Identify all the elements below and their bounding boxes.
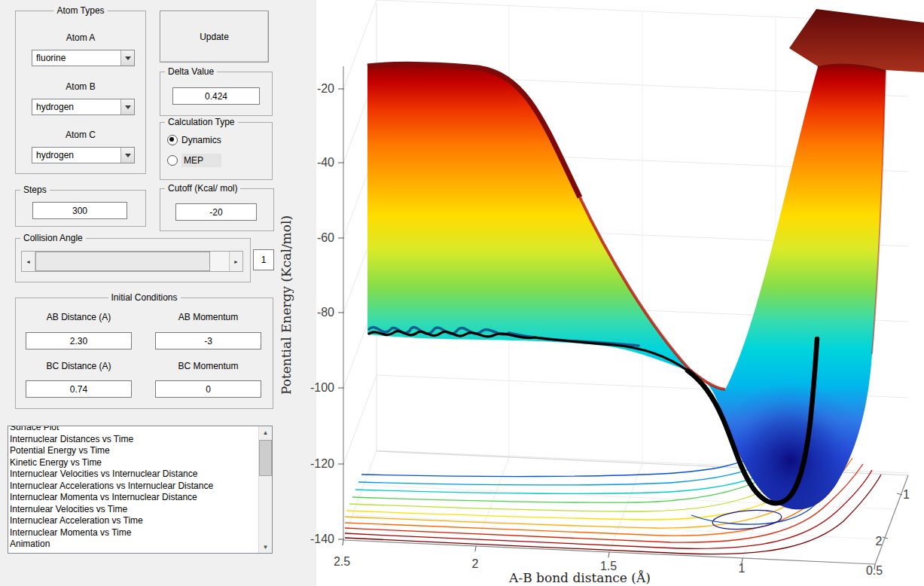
list-item[interactable]: Animation <box>10 539 258 551</box>
ab-distance-input[interactable] <box>26 332 132 349</box>
bc-momentum-label: BC Momentum <box>155 361 261 371</box>
list-item[interactable]: Internuclear Acceleration vs Time <box>10 515 258 527</box>
slider-left-arrow-icon[interactable]: ◄ <box>22 252 35 271</box>
slider-right-arrow-icon[interactable]: ► <box>229 252 242 271</box>
scrollbar-thumb[interactable] <box>259 440 272 476</box>
dropdown-arrow-icon[interactable] <box>120 148 134 163</box>
listbox-items: Surface Plot Internuclear Distances vs T… <box>8 426 258 553</box>
ab-momentum-label: AB Momentum <box>155 312 261 322</box>
radio-mep-label: MEP <box>181 154 221 167</box>
steps-title: Steps <box>20 185 50 195</box>
steps-input[interactable] <box>32 202 127 219</box>
radio-dynamics[interactable]: Dynamics <box>167 135 221 145</box>
list-item[interactable]: Internuclear Momenta vs Time <box>10 527 258 539</box>
scroll-up-icon[interactable]: ▲ <box>259 426 272 438</box>
bc-distance-input[interactable] <box>26 380 132 398</box>
app-window: Atom Types Atom A fluorine Atom B hydrog… <box>0 0 924 586</box>
list-item[interactable]: Internulear Velocities vs Time <box>10 504 258 516</box>
atom-b-label: Atom B <box>16 81 145 92</box>
figure-area: -20 -40 -60 -80 -100 -120 -140 2.5 2 1.5… <box>279 0 924 586</box>
depth-tick-label: 1 <box>903 488 910 501</box>
y-tick-label: -60 <box>317 231 334 244</box>
atom-c-dropdown[interactable]: hydrogen <box>32 147 135 163</box>
list-item[interactable]: Internuclear Velocities vs Internuclear … <box>10 468 258 481</box>
bc-momentum-input[interactable] <box>155 380 261 398</box>
initial-conditions-title: Initial Conditions <box>108 292 180 303</box>
x-tick-label: 2.5 <box>334 555 350 568</box>
y-tick-label: -80 <box>317 306 334 319</box>
plot-type-listbox[interactable]: Surface Plot Internuclear Distances vs T… <box>8 426 273 554</box>
update-button[interactable]: Update <box>160 11 269 63</box>
cutoff-input[interactable] <box>175 203 257 221</box>
dropdown-arrow-icon[interactable] <box>120 99 134 114</box>
x-axis-label: A-B bond distance (Å) <box>508 570 651 585</box>
bc-distance-label: BC Distance (A) <box>26 361 132 371</box>
dropdown-arrow-icon[interactable] <box>120 50 134 66</box>
x-tick-label: 2 <box>472 557 479 570</box>
slider-thumb[interactable] <box>35 252 210 271</box>
y-axis-label: Potential Energy (Kcal/mol) <box>279 215 294 395</box>
pes-3d-plot: -20 -40 -60 -80 -100 -120 -140 2.5 2 1.5… <box>279 0 924 586</box>
initial-conditions-panel: Initial Conditions AB Distance (A) AB Mo… <box>15 298 273 409</box>
delta-value-input[interactable] <box>172 87 260 105</box>
delta-value-title: Delta Value <box>165 66 217 77</box>
ab-momentum-input[interactable] <box>155 332 261 349</box>
collision-angle-value-input[interactable] <box>253 249 274 270</box>
y-tick-label: -20 <box>317 82 334 95</box>
atom-a-value: fluorine <box>32 50 120 66</box>
cutoff-panel: Cutoff (Kcal/ mol) <box>160 188 274 231</box>
listbox-scrollbar[interactable]: ▲ ▼ <box>258 426 272 553</box>
y-tick-label: -100 <box>310 381 334 394</box>
atom-b-value: hydrogen <box>32 99 120 114</box>
x-tick-label: 0.5 <box>866 564 883 577</box>
list-item[interactable]: Kinetic Energy vs Time <box>10 457 258 469</box>
list-item[interactable]: Surface Plot <box>10 426 258 434</box>
calculation-type-title: Calculation Type <box>165 117 238 127</box>
list-item[interactable]: Internuclear Accelerations vs Internucle… <box>10 481 258 493</box>
list-item[interactable]: Potential Energy vs Time <box>10 445 258 457</box>
y-tick-label: -140 <box>310 533 334 545</box>
x-tick-label: 1 <box>739 562 746 575</box>
list-item[interactable]: Internuclear Distances vs Time <box>10 434 258 446</box>
atom-c-value: hydrogen <box>32 148 120 163</box>
radio-selected-icon[interactable] <box>167 135 178 145</box>
collision-angle-panel: Collision Angle ◄ ► <box>15 238 251 282</box>
atom-types-title: Atom Types <box>53 5 107 16</box>
atom-a-label: Atom A <box>16 32 145 43</box>
radio-mep[interactable]: MEP <box>167 154 221 167</box>
scroll-down-icon[interactable]: ▼ <box>259 541 272 553</box>
depth-tick-label: 2 <box>876 535 883 548</box>
calculation-type-panel: Calculation Type Dynamics MEP <box>160 122 273 180</box>
steps-panel: Steps <box>15 190 146 227</box>
list-item[interactable]: Internuclear Momenta vs Internuclear Dis… <box>10 492 258 504</box>
delta-value-panel: Delta Value <box>160 72 273 116</box>
atom-b-dropdown[interactable]: hydrogen <box>32 99 135 115</box>
y-tick-label: -40 <box>317 156 334 169</box>
ab-distance-label: AB Distance (A) <box>26 312 132 322</box>
atom-c-label: Atom C <box>16 130 145 140</box>
cutoff-title: Cutoff (Kcal/ mol) <box>165 183 240 194</box>
radio-dynamics-label: Dynamics <box>181 135 221 145</box>
atom-types-panel: Atom Types Atom A fluorine Atom B hydrog… <box>15 11 146 174</box>
collision-angle-title: Collision Angle <box>20 233 86 243</box>
collision-angle-slider[interactable]: ◄ ► <box>21 251 243 272</box>
radio-unselected-icon[interactable] <box>167 155 178 166</box>
atom-a-dropdown[interactable]: fluorine <box>32 50 135 66</box>
y-tick-label: -120 <box>310 457 334 470</box>
